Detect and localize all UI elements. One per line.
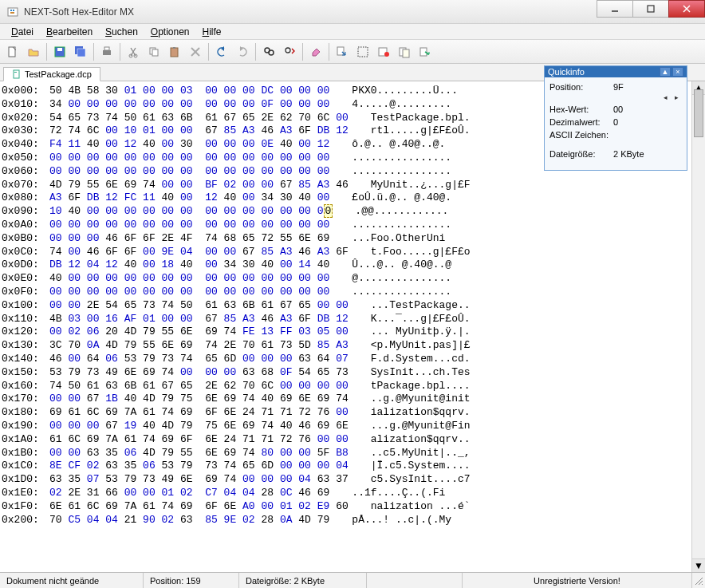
redo-button[interactable] <box>233 42 252 61</box>
hex-bytes[interactable]: 02 2E 31 66 00 00 01 02 C7 04 04 28 0C 4… <box>49 487 329 500</box>
ascii-cell[interactable]: c5.SysInit....c7 <box>349 473 471 487</box>
hex-row[interactable]: 0x100: 00 00 2E 54 65 73 74 50 61 63 6B … <box>2 299 690 313</box>
hex-bytes[interactable]: 10 40 00 00 00 00 00 00 00 00 00 00 00 0… <box>49 205 333 219</box>
hex-bytes[interactable]: 54 65 73 74 50 61 63 6B 61 67 65 2E 62 7… <box>49 112 349 125</box>
ascii-cell[interactable]: 4.....@......... <box>329 98 451 112</box>
hex-bytes[interactable]: 00 00 00 00 00 00 00 00 00 00 00 00 00 0… <box>49 219 329 232</box>
save-all-button[interactable] <box>71 42 90 61</box>
hex-bytes[interactable]: 70 C5 04 04 21 90 02 63 85 9E 02 28 0A 4… <box>49 514 329 527</box>
ascii-cell[interactable]: ................ <box>329 152 451 165</box>
hex-bytes[interactable]: 50 4B 58 30 01 00 00 03 00 00 00 DC 00 0… <box>49 85 329 98</box>
hex-row[interactable]: 0x0F0: 00 00 00 00 00 00 00 00 00 00 00 … <box>2 286 690 299</box>
ascii-cell[interactable]: SysInit...ch.Tes <box>349 366 471 380</box>
ascii-cell[interactable]: F.d.System...cd. <box>349 353 471 366</box>
ascii-cell[interactable]: MyUnit..¿...g|£F <box>349 179 471 192</box>
tool-a-button[interactable] <box>374 42 393 61</box>
hex-bytes[interactable]: 53 79 73 49 6E 69 74 00 00 00 63 68 0F 5… <box>49 366 349 380</box>
hex-bytes[interactable]: 74 50 61 63 6B 61 67 65 2E 62 70 6C 00 0… <box>49 380 349 393</box>
ascii-cell[interactable]: ................ <box>329 219 451 232</box>
hex-bytes[interactable]: 63 35 07 53 79 73 49 6E 69 74 00 00 00 0… <box>49 473 349 487</box>
cut-button[interactable] <box>124 42 143 61</box>
ascii-cell[interactable]: tPackage.bpl.... <box>349 380 471 393</box>
minimize-button[interactable] <box>597 0 633 18</box>
close-button[interactable] <box>668 0 705 18</box>
delete-button[interactable] <box>186 42 205 61</box>
quickinfo-close-button[interactable]: × <box>672 67 683 77</box>
hex-row[interactable]: 0x0B0: 00 00 00 46 6F 6F 2E 4F 74 68 65 … <box>2 232 690 246</box>
ascii-cell[interactable]: Û...@.. @.40@..@ <box>329 258 451 272</box>
ascii-cell[interactable]: £oÛ.ü.@.. @.40@. <box>329 191 451 205</box>
maximize-button[interactable] <box>632 0 669 18</box>
open-file-button[interactable] <box>24 42 43 61</box>
ascii-cell[interactable]: t.Foo.....g|£F£o <box>349 246 471 259</box>
ascii-cell[interactable]: ..g.@Myunit@init <box>349 393 471 406</box>
ascii-cell[interactable]: ................ <box>329 286 451 299</box>
ascii-cell[interactable]: .@@............ <box>333 205 448 219</box>
find-next-button[interactable] <box>280 42 299 61</box>
scroll-down-arrow[interactable]: ▼ <box>692 558 705 572</box>
select-block-button[interactable] <box>353 42 372 61</box>
qi-next-button[interactable]: ▸ <box>671 93 682 101</box>
find-button[interactable] <box>259 42 278 61</box>
erase-button[interactable] <box>306 42 325 61</box>
hex-row[interactable]: 0x170: 00 00 67 1B 40 4D 79 75 6E 69 74 … <box>2 393 690 406</box>
menu-suchen[interactable]: Suchen <box>99 25 144 39</box>
new-file-button[interactable] <box>3 42 22 61</box>
hex-bytes[interactable]: 00 00 2E 54 65 73 74 50 61 63 6B 61 67 6… <box>49 299 349 313</box>
hex-row[interactable]: 0x1B0: 00 00 63 35 06 4D 79 55 6E 69 74 … <box>2 447 690 460</box>
resize-grip[interactable] <box>692 574 705 587</box>
cursor-cell[interactable]: 0 <box>324 204 333 218</box>
tab-file[interactable]: TestPackage.dcp <box>3 67 100 81</box>
hex-bytes[interactable]: 00 00 67 1B 40 4D 79 75 6E 69 74 40 69 6… <box>49 393 349 406</box>
ascii-cell[interactable]: @............... <box>329 272 451 286</box>
hex-row[interactable]: 0x140: 46 00 64 06 53 79 73 74 65 6D 00 … <box>2 353 690 366</box>
hex-bytes[interactable]: 00 02 06 20 4D 79 55 6E 69 74 FE 13 FF 0… <box>49 326 349 339</box>
ascii-cell[interactable]: ..c5.MyUnit|.._, <box>349 447 471 460</box>
ascii-cell[interactable]: ................ <box>329 165 451 179</box>
quickinfo-up-button[interactable]: ▲ <box>660 67 671 77</box>
hex-bytes[interactable]: 40 00 00 00 00 00 00 00 00 00 00 00 00 0… <box>49 272 329 286</box>
goto-button[interactable] <box>333 42 352 61</box>
hex-bytes[interactable]: 74 00 46 6F 6F 00 9E 04 00 00 67 85 A3 4… <box>49 246 349 259</box>
hex-bytes[interactable]: 00 00 00 00 00 00 00 00 00 00 00 00 00 0… <box>49 165 329 179</box>
ascii-cell[interactable]: ..1f....Ç..(.Fi <box>329 487 445 500</box>
hex-bytes[interactable]: 46 00 64 06 53 79 73 74 65 6D 00 00 00 6… <box>49 353 349 366</box>
ascii-cell[interactable]: ... MyUnitþ.ÿ.|. <box>349 326 471 339</box>
ascii-cell[interactable]: nalization ...é` <box>349 500 471 514</box>
hex-bytes[interactable]: 34 00 00 00 00 00 00 00 00 00 00 0F 00 0… <box>49 98 329 112</box>
ascii-cell[interactable]: PKX0.........Ü... <box>329 85 458 98</box>
hex-bytes[interactable]: 00 00 00 00 00 00 00 00 00 00 00 00 00 0… <box>49 152 329 165</box>
hex-bytes[interactable]: 3C 70 0A 4D 79 55 6E 69 74 2E 70 61 73 5… <box>49 339 349 353</box>
hex-bytes[interactable]: A3 6F DB 12 FC 11 40 00 12 40 00 34 30 4… <box>49 191 329 205</box>
ascii-cell[interactable]: ...TestPackage.. <box>349 299 471 313</box>
hex-bytes[interactable]: DB 12 04 12 40 00 18 40 00 34 30 40 00 1… <box>49 258 329 272</box>
hex-row[interactable]: 0x090: 10 40 00 00 00 00 00 00 00 00 00 … <box>2 205 690 219</box>
hex-bytes[interactable]: 8E CF 02 63 35 06 53 79 73 74 65 6D 00 0… <box>49 460 349 473</box>
ascii-cell[interactable]: ialization$qqrv. <box>349 406 471 420</box>
hex-row[interactable]: 0x1C0: 8E CF 02 63 35 06 53 79 73 74 65 … <box>2 460 690 473</box>
hex-bytes[interactable]: 4B 03 00 16 AF 01 00 00 67 85 A3 46 A3 6… <box>49 313 349 326</box>
hex-bytes[interactable]: 72 74 6C 00 10 01 00 00 67 85 A3 46 A3 6… <box>49 124 349 138</box>
ascii-cell[interactable]: ...Foo.OtherUni <box>329 232 445 246</box>
vertical-scrollbar[interactable]: ▲ ▼ <box>691 81 705 572</box>
hex-bytes[interactable]: 6E 61 6C 69 7A 61 74 69 6F 6E A0 00 01 0… <box>49 500 349 514</box>
hex-row[interactable]: 0x120: 00 02 06 20 4D 79 55 6E 69 74 FE … <box>2 326 690 339</box>
save-button[interactable] <box>50 42 69 61</box>
hex-row[interactable]: 0x200: 70 C5 04 04 21 90 02 63 85 9E 02 … <box>2 514 690 527</box>
hex-bytes[interactable]: 00 00 00 46 6F 6F 2E 4F 74 68 65 72 55 6… <box>49 232 329 246</box>
hex-row[interactable]: 0x0C0: 74 00 46 6F 6F 00 9E 04 00 00 67 … <box>2 246 690 259</box>
hex-row[interactable]: 0x130: 3C 70 0A 4D 79 55 6E 69 74 2E 70 … <box>2 339 690 353</box>
hex-row[interactable]: 0x190: 00 00 00 67 19 40 4D 79 75 6E 69 … <box>2 420 690 433</box>
hex-bytes[interactable]: 00 00 00 00 00 00 00 00 00 00 00 00 00 0… <box>49 286 329 299</box>
hex-row[interactable]: 0x080: A3 6F DB 12 FC 11 40 00 12 40 00 … <box>2 191 690 205</box>
undo-button[interactable] <box>212 42 231 61</box>
print-button[interactable] <box>97 42 116 61</box>
hex-row[interactable]: 0x0E0: 40 00 00 00 00 00 00 00 00 00 00 … <box>2 272 690 286</box>
ascii-cell[interactable]: ô.@.. @.40@..@. <box>329 138 445 152</box>
tool-b-button[interactable] <box>395 42 414 61</box>
ascii-cell[interactable]: alization$qqrv.. <box>349 433 471 447</box>
ascii-cell[interactable]: rtl.....g|£F£oÛ. <box>349 124 471 138</box>
ascii-cell[interactable]: pÅ...! ..c|.(.My <box>329 514 451 527</box>
ascii-cell[interactable]: K...¯...g|£F£oÛ. <box>349 313 471 326</box>
menu-hilfe[interactable]: Hilfe <box>196 25 228 39</box>
